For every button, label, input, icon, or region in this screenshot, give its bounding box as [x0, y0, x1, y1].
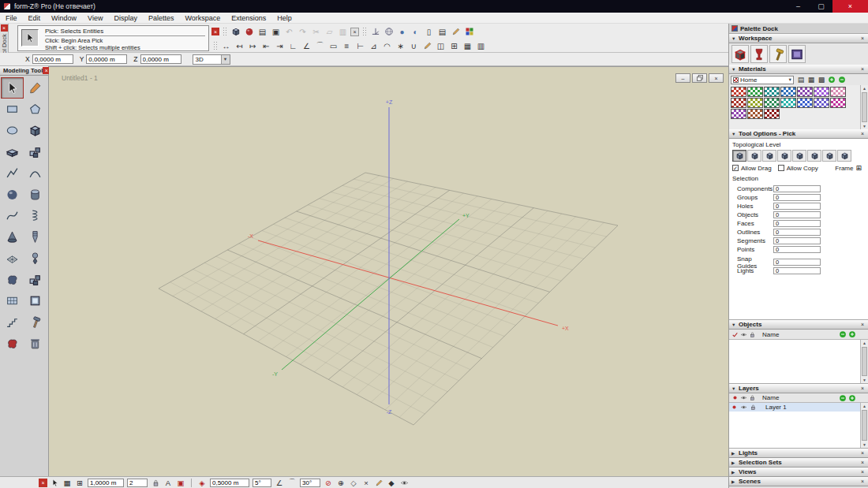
layout-columns-icon[interactable]: ◫ [435, 40, 447, 52]
pointer-snap-icon[interactable] [49, 478, 60, 488]
half-shaded-view-icon[interactable]: ◐ [410, 26, 421, 38]
workspace-modeling-icon[interactable] [731, 45, 749, 63]
topo-face-icon[interactable] [777, 150, 791, 162]
protractor-icon[interactable]: ◠ [381, 40, 393, 52]
frame-icon[interactable]: ⊞ [855, 164, 862, 172]
table-icon[interactable]: ⊞ [448, 40, 460, 52]
screw-tool[interactable] [24, 226, 47, 248]
section-header-views[interactable]: ▶Views× [729, 468, 868, 477]
section-grid-tool[interactable] [1, 290, 24, 311]
active-layer-icon[interactable] [731, 404, 738, 411]
material-swatch[interactable] [747, 87, 763, 97]
dimension-start-icon[interactable]: ⇤ [260, 40, 272, 52]
objects-section-header[interactable]: ▼ Objects × [729, 320, 868, 330]
snap-midpoint-icon[interactable]: ◇ [348, 478, 359, 488]
dimension-end-icon[interactable]: ⇥ [274, 40, 286, 52]
redo-icon[interactable]: ↷ [297, 26, 309, 38]
sheet-icon[interactable]: ▥ [475, 40, 487, 52]
paste-icon[interactable]: ▥ [337, 26, 349, 38]
vertical-scrollbar[interactable]: ▲ ▼ [860, 340, 868, 383]
vertical-scrollbar[interactable]: ▲ ▼ [860, 85, 868, 129]
expand-arrow-icon[interactable]: ▶ [731, 479, 739, 484]
pick-tool[interactable] [1, 77, 24, 99]
viewport-restore-button[interactable] [692, 73, 707, 83]
remove-layer-button[interactable] [839, 394, 847, 402]
menu-item-edit[interactable]: Edit [23, 13, 47, 24]
section-close-icon[interactable]: × [859, 479, 866, 484]
snap-frame-icon[interactable]: ▣ [175, 478, 186, 488]
topo-point-icon[interactable] [732, 150, 746, 162]
visibility-icon[interactable] [740, 331, 747, 338]
pick-state-icon[interactable] [731, 331, 739, 338]
notebook-icon[interactable]: ▤ [436, 26, 448, 38]
vertical-scrollbar[interactable]: ▲ ▼ [860, 403, 868, 448]
material-swatch[interactable] [830, 87, 846, 97]
menu-item-view[interactable]: View [82, 13, 108, 24]
vector-line-tool[interactable] [1, 162, 24, 184]
y-coordinate-input[interactable] [86, 54, 127, 64]
direction-snap-icon[interactable]: ◈ [196, 478, 208, 488]
materials-group-select[interactable]: Home ▼ [731, 76, 794, 84]
section-header-selection-sets[interactable]: ▶Selection Sets× [729, 458, 868, 468]
menu-item-palettes[interactable]: Palettes [143, 13, 180, 24]
undo-icon[interactable]: ↶ [283, 26, 295, 38]
scroll-up-icon[interactable]: ▲ [862, 340, 866, 346]
expand-arrow-icon[interactable]: ▶ [731, 451, 739, 456]
section-close-icon[interactable]: × [859, 469, 866, 475]
dimension-corner-icon[interactable]: ∟ [287, 40, 299, 52]
polygon-tool[interactable] [24, 99, 47, 120]
tool-options-section-header[interactable]: ▼ Tool Options - Pick × [729, 129, 868, 139]
page-setup-icon[interactable]: ▯ [423, 26, 435, 38]
slab-tool[interactable] [1, 141, 24, 162]
view-globe-icon[interactable] [383, 26, 395, 38]
section-header-lights[interactable]: ▶Lights× [729, 449, 868, 458]
scroll-thumb[interactable] [862, 92, 867, 122]
snap-visibility-icon[interactable] [398, 478, 410, 488]
material-swatch[interactable] [797, 98, 813, 108]
magnet-icon[interactable]: ∪ [408, 40, 420, 52]
material-swatch[interactable] [814, 87, 829, 97]
cylinder-tool[interactable] [24, 184, 47, 205]
text-scale-icon[interactable]: A [163, 478, 174, 488]
new-project-icon[interactable] [230, 26, 241, 38]
snap-edge-icon[interactable] [373, 478, 384, 488]
material-swatch[interactable] [797, 87, 813, 97]
menu-item-display[interactable]: Display [108, 13, 143, 24]
angle-snap-icon[interactable]: ∠ [274, 478, 285, 488]
maximize-button[interactable]: ▢ [810, 0, 832, 13]
statusbar-close-button[interactable]: × [39, 479, 47, 487]
collapse-arrow-icon[interactable]: ▼ [731, 36, 739, 41]
material-swatch[interactable] [731, 98, 746, 108]
allow-copy-checkbox[interactable]: Allow Copy [778, 165, 818, 172]
detail-view-icon[interactable]: ▩ [817, 75, 826, 84]
topo-segment-icon[interactable] [747, 150, 761, 162]
menu-item-extensions[interactable]: Extensions [226, 13, 271, 24]
material-swatch[interactable] [830, 98, 846, 108]
objects-list[interactable]: ▲ ▼ [729, 340, 868, 384]
materials-section-header[interactable]: ▼ Materials × [729, 65, 868, 74]
material-swatch[interactable] [731, 109, 746, 119]
snap-intersection-icon[interactable]: × [361, 478, 372, 488]
viewport-canvas[interactable]: +Z-Z+X-X+Y-Y [49, 67, 728, 476]
workspace-drafting-icon[interactable] [769, 45, 787, 63]
blob-tool[interactable] [1, 269, 24, 290]
allow-drag-checkbox[interactable]: ✓ Allow Drag [732, 165, 772, 172]
menu-item-workspace[interactable]: Workspace [179, 13, 226, 24]
dimension-arc-icon[interactable]: ⌒ [314, 40, 326, 52]
copy-icon[interactable]: ▱ [324, 26, 335, 38]
active-layer-icon[interactable] [731, 394, 739, 401]
dimension-stack-icon[interactable]: ≡ [341, 40, 353, 52]
toolbar-segment-close-button[interactable]: × [350, 28, 359, 36]
terrain-mesh-tool[interactable] [1, 248, 24, 269]
visibility-icon[interactable] [740, 394, 747, 401]
material-swatch[interactable] [764, 98, 780, 108]
visibility-icon[interactable] [740, 404, 747, 411]
menu-item-help[interactable]: Help [271, 13, 297, 24]
collapse-arrow-icon[interactable]: ▼ [731, 386, 739, 391]
menu-item-window[interactable]: Window [46, 13, 82, 24]
circle-tool[interactable] [1, 120, 24, 141]
collapse-arrow-icon[interactable]: ▼ [731, 132, 739, 136]
material-swatch[interactable] [764, 87, 780, 97]
topo-outline-icon[interactable] [762, 150, 776, 162]
spline-tool[interactable] [1, 205, 24, 226]
